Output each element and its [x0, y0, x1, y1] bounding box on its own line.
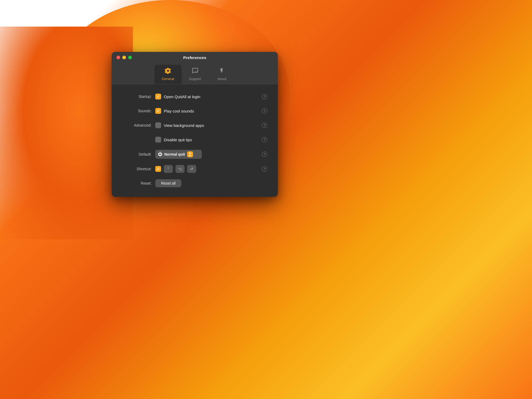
startup-help-icon[interactable]: ? — [262, 94, 267, 99]
shortcut-checkbox[interactable] — [155, 166, 161, 172]
tab-about-label: About — [217, 77, 226, 81]
window-title: Preferences — [183, 55, 206, 60]
minimize-button[interactable] — [122, 56, 126, 59]
reset-content: Reset all — [155, 179, 267, 187]
traffic-lights — [116, 56, 132, 59]
titlebar: Preferences — [112, 52, 278, 63]
background-apps-text: View background apps — [164, 123, 204, 128]
background-apps-help-icon[interactable]: ? — [262, 123, 267, 128]
background-apps-checkbox[interactable] — [155, 122, 161, 128]
shortcut-help-icon[interactable]: ? — [262, 166, 267, 172]
quit-tips-checkbox[interactable] — [155, 137, 161, 143]
default-row: Default: ⏻ Normal quit ▲ ▼ ? — [122, 150, 267, 159]
quit-tips-help-icon[interactable]: ? — [262, 137, 267, 142]
startup-label: Startup: — [122, 94, 152, 99]
quit-tips-row: Disable quit tips ? — [122, 135, 267, 144]
reset-all-button[interactable]: Reset all — [155, 179, 181, 187]
quit-tips-content: Disable quit tips ? — [155, 137, 267, 143]
quit-tips-text: Disable quit tips — [164, 138, 192, 142]
advanced-row: Advanced: View background apps ? — [122, 121, 267, 130]
shortcut-key-opt[interactable]: ⌥ — [175, 165, 185, 173]
bolt-icon — [219, 67, 225, 76]
tab-general-label: General — [162, 77, 174, 81]
default-label: Default: — [122, 152, 152, 156]
startup-content: Open QuitAll at login ? — [155, 94, 267, 99]
sounds-checkbox[interactable] — [155, 108, 161, 114]
gear-icon — [165, 67, 171, 76]
tab-support[interactable]: Support — [182, 65, 209, 84]
default-content: ⏻ Normal quit ▲ ▼ ? — [155, 150, 267, 159]
close-button[interactable] — [116, 56, 120, 59]
default-value: Normal quit — [164, 152, 185, 156]
chat-icon — [192, 67, 199, 76]
advanced-background-content: View background apps ? — [155, 122, 267, 128]
startup-row: Startup: Open QuitAll at login ? — [122, 92, 267, 101]
sounds-label: Sounds: — [122, 109, 152, 113]
preferences-window: Preferences General — [112, 52, 278, 197]
shortcut-key-ctrl[interactable]: ⌃ — [164, 165, 173, 173]
shortcut-content: ⌃ ⌥ ↺ ? — [155, 165, 267, 173]
power-icon: ⏻ — [158, 152, 162, 157]
sounds-help-icon[interactable]: ? — [262, 108, 267, 114]
tab-general[interactable]: General — [154, 65, 182, 84]
sounds-row: Sounds: Play cool sounds ? — [122, 107, 267, 115]
advanced-label: Advanced: — [122, 123, 152, 127]
shortcut-row: Shortcut: ⌃ ⌥ ↺ ? — [122, 165, 267, 173]
tabs-bar: General Support About — [112, 63, 278, 84]
default-dropdown[interactable]: ⏻ Normal quit ▲ ▼ — [155, 150, 202, 159]
reset-label: Reset: — [122, 181, 152, 185]
default-help-icon[interactable]: ? — [262, 152, 267, 157]
tab-support-label: Support — [189, 77, 201, 81]
shortcut-key-refresh[interactable]: ↺ — [187, 165, 196, 173]
preferences-content: Startup: Open QuitAll at login ? Sounds:… — [112, 84, 278, 197]
dropdown-arrows-icon: ▲ ▼ — [187, 151, 193, 157]
maximize-button[interactable] — [128, 56, 132, 59]
sounds-content: Play cool sounds ? — [155, 108, 267, 114]
tab-about[interactable]: About — [208, 65, 235, 84]
window-wrapper: Preferences General — [112, 52, 278, 197]
shortcut-label: Shortcut: — [122, 167, 152, 171]
reset-row: Reset: Reset all — [122, 179, 267, 188]
startup-checkbox[interactable] — [155, 94, 161, 99]
sounds-text: Play cool sounds — [164, 109, 194, 113]
startup-text: Open QuitAll at login — [164, 94, 200, 99]
